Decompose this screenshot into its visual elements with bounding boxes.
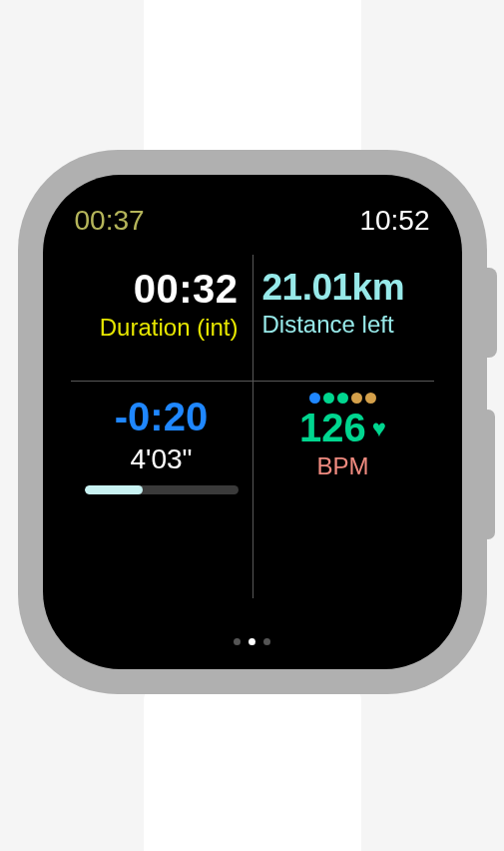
zone-dot-5	[365, 393, 376, 404]
side-button[interactable]	[481, 410, 495, 539]
duration-label: Duration (int)	[77, 314, 239, 342]
page-dot-1	[249, 638, 255, 645]
watch-screen[interactable]: 00:37 10:52 00:32 Duration (int) 21.01km…	[43, 175, 462, 669]
status-bar: 00:37 10:52	[71, 205, 434, 237]
pace-diff: -0:20	[77, 395, 247, 439]
zone-dot-2	[323, 393, 334, 404]
zone-dot-1	[309, 393, 320, 404]
metric-heart-rate: 126 ♥ BPM	[252, 381, 434, 638]
metric-pace: -0:20 4'03"	[71, 381, 252, 638]
page-dot-0	[234, 638, 241, 645]
pace-progress	[85, 485, 239, 494]
metric-distance: 21.01km Distance left	[252, 255, 434, 381]
duration-value: 00:32	[77, 267, 239, 312]
zone-dot-4	[351, 393, 362, 404]
hr-value: 126	[299, 406, 366, 450]
clock: 10:52	[359, 205, 429, 237]
page-indicator[interactable]	[71, 638, 434, 651]
heart-icon: ♥	[372, 417, 386, 440]
hr-zone-dots	[258, 393, 428, 404]
zone-dot-3	[337, 393, 348, 404]
watch-case: 00:37 10:52 00:32 Duration (int) 21.01km…	[18, 150, 487, 694]
watch-band-top	[144, 0, 361, 170]
hr-label: BPM	[258, 452, 428, 480]
pace-current: 4'03"	[77, 443, 247, 475]
distance-label: Distance left	[262, 311, 428, 339]
page-dot-2	[263, 638, 270, 645]
metrics-grid: 00:32 Duration (int) 21.01km Distance le…	[71, 255, 434, 638]
elapsed-time: 00:37	[75, 205, 145, 237]
distance-value: 21.01km	[262, 267, 428, 309]
digital-crown[interactable]	[479, 268, 497, 358]
watch-band-bottom	[144, 681, 361, 851]
metric-duration: 00:32 Duration (int)	[71, 255, 252, 381]
pace-progress-fill	[85, 485, 144, 494]
